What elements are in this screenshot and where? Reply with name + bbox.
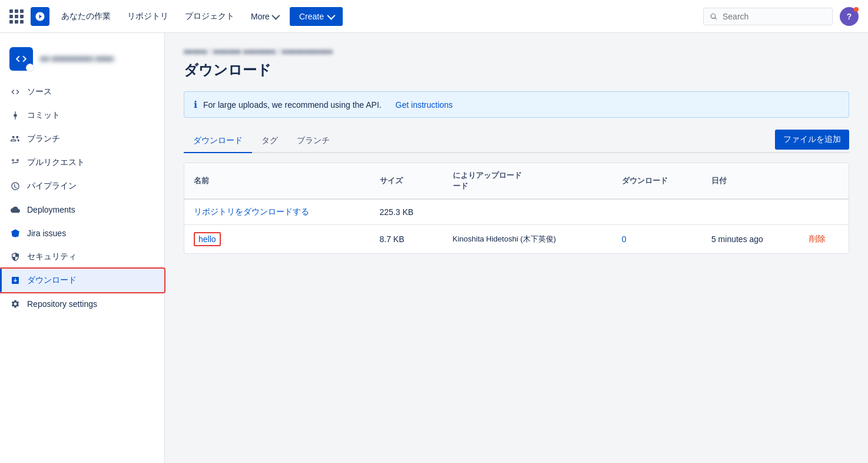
table-body: リポジトリをダウンロードする 225.3 KB hello (184, 199, 849, 253)
pipelines-icon (9, 180, 21, 192)
active-indicator (0, 269, 2, 292)
sidebar-item-downloads-label: ダウンロード (27, 275, 77, 286)
search-icon (710, 12, 718, 21)
sidebar-item-downloads[interactable]: ダウンロード (0, 269, 164, 292)
hello-file-link[interactable]: hello (198, 234, 216, 244)
col-uploader: によりアップロードード (443, 163, 612, 199)
nav-repos[interactable]: リポジトリ (122, 9, 173, 24)
uploader-cell (443, 199, 612, 225)
add-file-button[interactable]: ファイルを追加 (775, 130, 849, 150)
col-actions (800, 163, 849, 199)
actions-cell (800, 199, 849, 225)
security-icon (9, 251, 21, 263)
sidebar-item-source[interactable]: ソース (0, 80, 164, 104)
date-cell (702, 199, 800, 225)
sidebar-item-jira-label: Jira issues (27, 229, 66, 238)
main-layout: ■■ ■■■■■■■■■ ■■■■ ソース コミット (0, 33, 868, 463)
repo-download-link[interactable]: リポジトリをダウンロードする (194, 207, 309, 216)
info-text: For large uploads, we recommend using th… (203, 100, 382, 110)
main-content: ■■■■■ / ■■■■■■ ■■■■■■■ / ■■■■■■■■■■■ ダウン… (165, 33, 868, 463)
sidebar-item-jira[interactable]: Jira issues (0, 221, 164, 245)
actions-cell: 削除 (800, 225, 849, 254)
file-size-cell: 8.7 KB (370, 225, 443, 254)
sidebar-item-security[interactable]: セキュリティ (0, 245, 164, 269)
table-row: リポジトリをダウンロードする 225.3 KB (184, 199, 849, 225)
date-cell: 5 minutes ago (702, 225, 800, 254)
sidebar-item-source-label: ソース (27, 87, 52, 97)
col-name: 名前 (184, 163, 370, 199)
sidebar-item-security-label: セキュリティ (27, 252, 77, 262)
tab-branches[interactable]: ブランチ (287, 130, 339, 153)
topnav-left: あなたの作業 リポジトリ プロジェクト More Create (9, 7, 694, 26)
nav-work[interactable]: あなたの作業 (57, 9, 115, 24)
branches-icon (9, 133, 21, 145)
sidebar-item-commits[interactable]: コミット (0, 104, 164, 127)
tabs-bar: ダウンロード タグ ブランチ ファイルを追加 (184, 130, 849, 153)
topnav-right: ? (703, 7, 859, 26)
sidebar-item-pipelines-label: パイプライン (27, 181, 77, 191)
deployments-icon (9, 204, 21, 216)
hello-file-name-highlight: hello (194, 232, 221, 246)
table-header: 名前 サイズ によりアップロードード ダウンロード 日付 (184, 163, 849, 199)
info-icon: ℹ (194, 99, 197, 110)
downloads-table: 名前 サイズ によりアップロードード ダウンロード 日付 リポジトリをダウンロー… (184, 163, 849, 253)
table-container: 名前 サイズ によりアップロードード ダウンロード 日付 リポジトリをダウンロー… (184, 163, 849, 254)
sidebar-item-repo-settings[interactable]: Repository settings (0, 292, 164, 316)
pull-requests-icon (9, 157, 21, 168)
downloads-icon (9, 275, 21, 286)
search-input[interactable] (723, 12, 826, 21)
file-size-cell: 225.3 KB (370, 199, 443, 225)
grid-menu-icon[interactable] (9, 9, 24, 24)
nav-more[interactable]: More (246, 9, 283, 24)
sidebar-item-repo-settings-label: Repository settings (27, 299, 97, 309)
sidebar: ■■ ■■■■■■■■■ ■■■■ ソース コミット (0, 33, 165, 463)
topnav: あなたの作業 リポジトリ プロジェクト More Create ? (0, 0, 868, 33)
col-downloads: ダウンロード (612, 163, 702, 199)
breadcrumb: ■■■■■ / ■■■■■■ ■■■■■■■ / ■■■■■■■■■■■ (184, 47, 849, 56)
repo-icon (9, 47, 33, 71)
download-count: 0 (622, 234, 627, 244)
repo-name: ■■ ■■■■■■■■■ ■■■■ (40, 54, 114, 64)
sidebar-header: ■■ ■■■■■■■■■ ■■■■ (0, 42, 164, 80)
tab-downloads[interactable]: ダウンロード (184, 130, 252, 153)
sidebar-item-pr-label: プルリクエスト (27, 157, 85, 168)
info-banner: ℹ For large uploads, we recommend using … (184, 91, 849, 118)
jira-icon (9, 227, 21, 239)
source-icon (9, 86, 21, 98)
sidebar-item-deployments-label: Deployments (27, 205, 75, 214)
file-name-cell: hello (184, 225, 370, 254)
col-size: サイズ (370, 163, 443, 199)
col-date: 日付 (702, 163, 800, 199)
sidebar-item-branches[interactable]: ブランチ (0, 127, 164, 151)
get-instructions-link[interactable]: Get instructions (396, 100, 453, 110)
code-icon (15, 52, 28, 65)
tab-tags[interactable]: タグ (252, 130, 287, 153)
uploader-name: Kinoshita Hidetoshi (木下英俊) (453, 233, 603, 245)
sidebar-item-deployments[interactable]: Deployments (0, 198, 164, 221)
chevron-down-icon (271, 11, 280, 19)
create-chevron-icon (327, 11, 335, 19)
sidebar-nav: ソース コミット ブランチ プルリクエスト (0, 80, 164, 454)
download-count-cell (612, 199, 702, 225)
page-title: ダウンロード (184, 61, 849, 80)
file-name-cell: リポジトリをダウンロードする (184, 199, 370, 225)
sidebar-item-pipelines[interactable]: パイプライン (0, 174, 164, 198)
settings-icon (9, 298, 21, 310)
nav-projects[interactable]: プロジェクト (180, 9, 239, 24)
help-button[interactable]: ? (840, 7, 859, 26)
svg-point-0 (14, 114, 16, 117)
logo-icon[interactable] (31, 7, 49, 26)
search-box[interactable] (703, 8, 833, 25)
tabs: ダウンロード タグ ブランチ (184, 130, 339, 152)
download-count-cell: 0 (612, 225, 702, 254)
table-row: hello 8.7 KB Kinoshita Hidetoshi (木下英俊) … (184, 225, 849, 254)
lock-badge (26, 64, 34, 72)
uploader-cell: Kinoshita Hidetoshi (木下英俊) (443, 225, 612, 254)
sidebar-item-branches-label: ブランチ (27, 134, 60, 144)
sidebar-item-pull-requests[interactable]: プルリクエスト (0, 151, 164, 174)
create-button[interactable]: Create (290, 7, 343, 26)
delete-button[interactable]: 削除 (809, 234, 826, 243)
commits-icon (9, 110, 21, 121)
sidebar-item-commits-label: コミット (27, 110, 60, 121)
